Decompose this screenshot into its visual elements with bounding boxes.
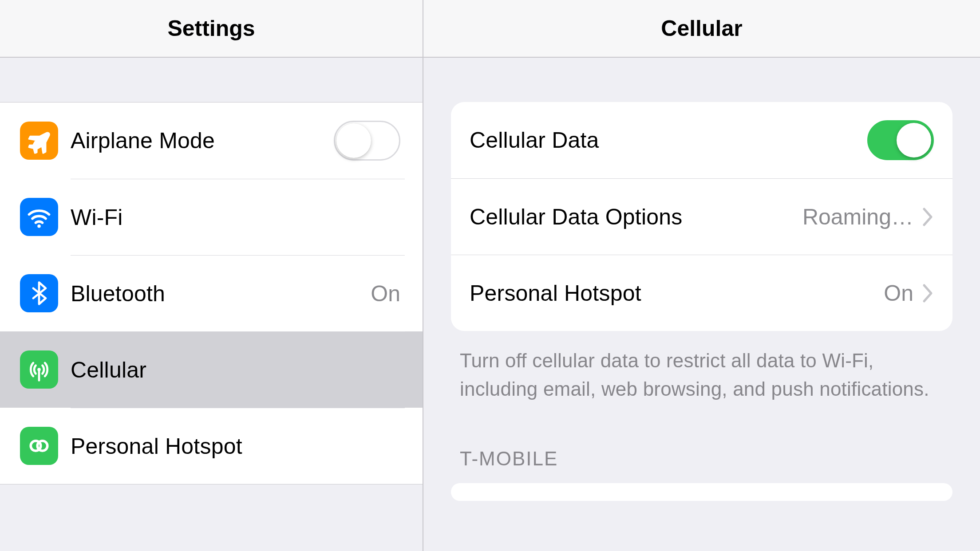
sidebar-item-label: Cellular <box>71 357 400 383</box>
wifi-icon <box>20 198 58 236</box>
airplane-mode-toggle[interactable] <box>334 121 400 161</box>
sidebar-item-value: On <box>371 281 400 307</box>
row-label: Cellular Data Options <box>470 204 802 230</box>
sidebar-item-wifi[interactable]: Wi-Fi <box>0 179 423 255</box>
spacer <box>0 58 423 102</box>
row-cellular-data[interactable]: Cellular Data <box>451 102 952 178</box>
sidebar-item-label: Personal Hotspot <box>71 433 400 459</box>
row-label: Cellular Data <box>470 127 867 153</box>
svg-point-0 <box>37 224 41 228</box>
sidebar-item-cellular[interactable]: Cellular <box>0 331 423 408</box>
detail-title: Cellular <box>423 0 980 58</box>
carrier-card <box>451 483 952 501</box>
sidebar-item-bluetooth[interactable]: Bluetooth On <box>0 255 423 331</box>
sidebar-item-label: Bluetooth <box>71 281 371 307</box>
bluetooth-icon <box>20 274 58 312</box>
detail-pane: Cellular Cellular Data Cellular Data Opt… <box>423 0 980 551</box>
row-personal-hotspot[interactable]: Personal Hotspot On <box>451 255 952 331</box>
row-value: Roaming… <box>802 204 913 230</box>
row-label: Personal Hotspot <box>470 280 884 306</box>
cellular-icon <box>20 350 58 389</box>
chevron-right-icon <box>922 207 934 227</box>
row-cellular-data-options[interactable]: Cellular Data Options Roaming… <box>451 178 952 255</box>
sidebar-title: Settings <box>0 0 423 58</box>
cellular-data-toggle[interactable] <box>867 120 934 160</box>
chevron-right-icon <box>922 283 934 303</box>
sidebar-item-airplane-mode[interactable]: Airplane Mode <box>0 102 423 179</box>
settings-sidebar: Settings Airplane Mode <box>0 0 423 551</box>
svg-point-4 <box>37 441 47 451</box>
cellular-card: Cellular Data Cellular Data Options Roam… <box>451 102 952 331</box>
sidebar-group: Airplane Mode Wi-Fi <box>0 102 423 484</box>
hotspot-icon <box>20 427 58 465</box>
cellular-footer-text: Turn off cellular data to restrict all d… <box>451 331 952 403</box>
airplane-icon <box>20 122 58 160</box>
carrier-section-heading: T-MOBILE <box>451 403 952 483</box>
sidebar-item-personal-hotspot[interactable]: Personal Hotspot <box>0 408 423 484</box>
row-value: On <box>884 280 913 306</box>
sidebar-item-label: Airplane Mode <box>71 128 334 153</box>
sidebar-item-label: Wi-Fi <box>71 205 400 230</box>
